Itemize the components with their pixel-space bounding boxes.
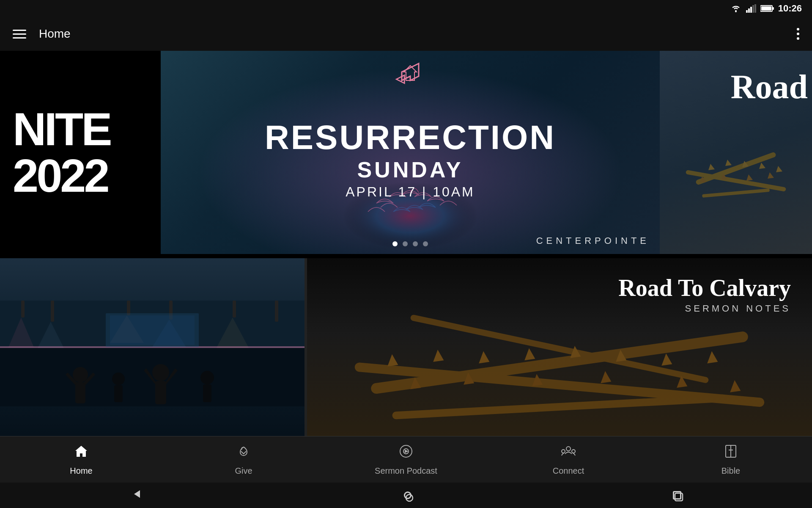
sermon-podcast-icon (398, 444, 414, 463)
status-bar: 10:26 (0, 0, 812, 17)
nav-label-sermon-podcast: Sermon Podcast (375, 466, 437, 476)
top-app-bar: Home (0, 17, 812, 51)
svg-rect-5 (754, 4, 756, 13)
svg-marker-54 (524, 348, 535, 360)
nav-label-give: Give (235, 466, 252, 476)
worship-gathering-panel[interactable] (0, 258, 304, 449)
svg-rect-49 (392, 394, 727, 419)
home-icon (74, 444, 89, 463)
road-calvary-thorns (307, 296, 812, 449)
svg-marker-22 (768, 172, 774, 179)
centerpointe-branding: CENTERPOINTE (536, 235, 650, 246)
svg-rect-13 (702, 188, 770, 198)
svg-point-76 (406, 494, 413, 501)
svg-point-37 (73, 367, 88, 382)
svg-marker-57 (661, 353, 672, 366)
wifi-icon (730, 4, 742, 13)
carousel: NITE 2022 ◁ (0, 51, 812, 254)
dot-2[interactable] (403, 241, 408, 246)
svg-rect-42 (114, 385, 123, 402)
svg-marker-64 (730, 380, 741, 392)
more-options-button[interactable] (797, 28, 799, 40)
svg-marker-51 (387, 354, 398, 367)
svg-marker-53 (479, 351, 489, 364)
nav-label-home: Home (70, 466, 92, 476)
nav-label-connect: Connect (553, 466, 584, 476)
nav-item-connect[interactable]: Connect (535, 444, 602, 476)
nav-item-home[interactable]: Home (47, 444, 115, 476)
android-recents-button[interactable] (673, 491, 681, 500)
svg-marker-17 (759, 163, 765, 169)
dot-4[interactable] (423, 241, 428, 246)
svg-rect-29 (275, 301, 278, 322)
android-home-button[interactable] (404, 491, 411, 499)
nite-text-line1: NITE (13, 106, 110, 152)
svg-marker-21 (746, 174, 753, 181)
svg-marker-62 (601, 371, 611, 383)
svg-marker-18 (776, 166, 782, 172)
bible-icon (723, 444, 738, 463)
svg-rect-25 (51, 301, 54, 322)
resurrection-title: RESURRECTION (265, 118, 556, 157)
svg-rect-44 (203, 384, 211, 402)
hamburger-menu-button[interactable] (13, 30, 26, 39)
give-icon (236, 444, 251, 463)
status-icons: 10:26 (730, 3, 802, 14)
svg-rect-77 (675, 493, 683, 501)
svg-marker-75 (134, 490, 140, 498)
svg-rect-28 (233, 301, 236, 318)
svg-rect-26 (127, 301, 130, 315)
svg-rect-40 (155, 381, 166, 404)
sunday-subtitle: SUNDAY (265, 157, 556, 182)
slide-road-partial[interactable]: Road (660, 51, 812, 254)
android-navigation-bar (0, 483, 812, 508)
nav-item-give[interactable]: Give (210, 444, 277, 476)
svg-point-70 (572, 450, 575, 453)
road-calvary-title: Road To Calvary (618, 275, 791, 301)
sermon-notes-label: SERMON NOTES (618, 303, 791, 314)
slide-resurrection-sunday[interactable]: ◁ (161, 51, 660, 254)
carousel-dots (392, 241, 428, 246)
bottom-content-grid: Road To Calvary SERMON NOTES (0, 258, 812, 449)
svg-point-69 (562, 450, 565, 453)
road-calvary-content: Road To Calvary SERMON NOTES (618, 258, 812, 314)
dot-1[interactable] (392, 241, 398, 246)
church-logo-icon: ◁ (393, 59, 427, 85)
svg-marker-52 (433, 350, 444, 362)
signal-icon (746, 4, 756, 13)
svg-rect-2 (748, 8, 750, 13)
bottom-navigation: Home Give Sermon Podcast (0, 436, 812, 483)
main-content: NITE 2022 ◁ (0, 51, 812, 449)
svg-point-0 (735, 11, 737, 12)
svg-point-43 (200, 371, 214, 384)
connect-icon (560, 444, 577, 463)
road-partial-text: Road (731, 68, 808, 106)
road-calvary-panel[interactable]: Road To Calvary SERMON NOTES (307, 258, 812, 449)
svg-marker-58 (707, 351, 718, 364)
svg-rect-7 (772, 7, 774, 10)
thorns-right-bg (660, 112, 812, 254)
svg-rect-38 (75, 382, 85, 403)
nite-text-line2: 2022 (13, 152, 110, 199)
nav-item-bible[interactable]: Bible (697, 444, 765, 476)
svg-marker-14 (708, 164, 715, 170)
svg-point-68 (566, 447, 571, 451)
event-details: APRIL 17 | 10AM (265, 184, 556, 200)
app-title: Home (39, 27, 71, 41)
worship-scene-visual (0, 258, 304, 449)
svg-rect-24 (21, 301, 25, 318)
slide-nite-2022[interactable]: NITE 2022 (0, 51, 161, 254)
svg-point-39 (152, 364, 169, 381)
battery-icon (760, 5, 774, 12)
dot-3[interactable] (413, 241, 418, 246)
svg-rect-46 (110, 315, 195, 345)
android-back-button[interactable] (131, 488, 143, 502)
status-time: 10:26 (778, 3, 802, 14)
svg-rect-3 (750, 7, 752, 13)
nav-item-sermon-podcast[interactable]: Sermon Podcast (372, 444, 440, 476)
svg-marker-15 (725, 160, 732, 166)
svg-rect-4 (752, 5, 754, 13)
svg-text:◁: ◁ (395, 72, 405, 85)
svg-point-41 (112, 373, 125, 385)
svg-rect-1 (746, 10, 748, 13)
